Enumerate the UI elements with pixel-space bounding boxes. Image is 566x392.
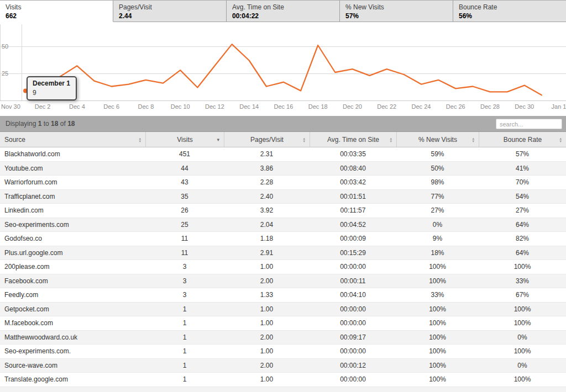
cell-pages-visit: 2.04: [224, 218, 310, 232]
cell-new-visits: 27%: [396, 204, 479, 218]
cell-visits: 11: [145, 232, 224, 246]
cell-pages-visit: 1.00: [224, 303, 310, 316]
column-header-bounce-rate[interactable]: Bounce Rate▴▾: [479, 132, 566, 147]
column-header-avg-time-on-site[interactable]: Avg. Time on Site▴▾: [310, 132, 396, 147]
cell-visits: 1: [145, 359, 224, 373]
cell-pages-visit: 3.86: [224, 162, 310, 176]
table-row: Blackhatworld.com4512.3100:03:3559%57%: [0, 147, 566, 162]
search-input[interactable]: [496, 119, 562, 129]
tab-visits[interactable]: Visits662: [0, 1, 113, 22]
column-header-visits[interactable]: Visits▾: [145, 132, 224, 147]
cell-bounce-rate: 27%: [479, 204, 566, 218]
y-axis-tick-label: 50: [2, 43, 8, 50]
displaying-segment: 18: [67, 120, 75, 128]
source-cell: Warriorforum.com: [0, 176, 145, 189]
x-axis-tick-label: Dec 30: [515, 103, 534, 110]
cell-pages-visit: 1.33: [224, 288, 310, 302]
cell-avg-time-on-site: 00:01:51: [310, 190, 396, 204]
cell-avg-time-on-site: 00:15:29: [310, 246, 396, 260]
source-cell: Plus.url.google.com: [0, 246, 145, 260]
cell-avg-time-on-site: 00:00:00: [310, 373, 396, 386]
cell-visits: 3: [145, 260, 224, 274]
cell-new-visits: 77%: [396, 190, 479, 204]
tab-value: 57%: [345, 12, 447, 20]
displaying-segment: to: [41, 120, 51, 128]
tab-bounce-rate[interactable]: Bounce Rate56%: [453, 1, 566, 22]
cell-bounce-rate: 100%: [479, 316, 566, 330]
cell-bounce-rate: 57%: [479, 147, 566, 161]
cell-visits: 1: [145, 303, 224, 316]
displaying-segment: of: [58, 120, 67, 128]
cell-new-visits: 100%: [396, 260, 479, 274]
tab-label: Pages/Visit: [119, 3, 221, 11]
metric-tabs: Visits662Pages/Visit2.44Avg. Time on Sit…: [0, 0, 566, 22]
source-cell: Blackhatworld.com: [0, 147, 145, 161]
cell-pages-visit: 2.91: [224, 246, 310, 260]
table-row: Source-wave.com12.0000:00:12100%0%: [0, 359, 566, 373]
table-header-row: Source▴▾Visits▾Pages/Visit▴▾Avg. Time on…: [0, 132, 566, 147]
source-cell: Seo-experiments.com.: [0, 345, 145, 358]
column-header-label: Source: [4, 136, 25, 144]
source-cell: Source-wave.com: [0, 359, 145, 373]
table-row: Translate.google.com11.0000:00:00100%100…: [0, 373, 566, 387]
cell-avg-time-on-site: 00:03:42: [310, 176, 396, 189]
cell-visits: 26: [145, 204, 224, 218]
cell-visits: 1: [145, 345, 224, 358]
cell-pages-visit: 2.00: [224, 274, 310, 288]
tab-avg-time-on-site[interactable]: Avg. Time on Site00:04:22: [227, 1, 340, 22]
x-axis-tick-label: Dec 20: [343, 103, 362, 110]
x-axis-tick-label: Dec 10: [171, 103, 190, 110]
cell-visits: 35: [145, 190, 224, 204]
cell-new-visits: 50%: [396, 162, 479, 176]
cell-new-visits: 33%: [396, 288, 479, 302]
tab-pages-visit[interactable]: Pages/Visit2.44: [113, 1, 227, 22]
cell-bounce-rate: 70%: [479, 176, 566, 189]
x-axis-tick-label: Nov 30: [1, 103, 20, 110]
x-axis-tick-label: Dec 4: [69, 103, 85, 110]
table-row: Feedly.com31.3300:04:1033%67%: [0, 288, 566, 303]
column-header-pages-visit[interactable]: Pages/Visit▴▾: [224, 132, 310, 147]
source-cell: Feedly.com: [0, 288, 145, 302]
tab-value: 00:04:22: [232, 12, 334, 20]
cell-bounce-rate: 100%: [479, 303, 566, 316]
tab-new-visits[interactable]: % New Visits57%: [340, 1, 453, 22]
source-cell: Linkedin.com: [0, 204, 145, 218]
source-cell: Trafficplanet.com: [0, 190, 145, 204]
cell-visits: 1: [145, 373, 224, 386]
x-axis-tick-label: Dec 2: [35, 103, 51, 110]
cell-bounce-rate: 41%: [479, 162, 566, 176]
column-header-label: Pages/Visit: [250, 136, 284, 144]
table-toolbar: Displaying 1 to 18 of 18: [0, 116, 566, 132]
table-row: Facebook.com32.0000:00:11100%33%: [0, 274, 566, 289]
column-header-source[interactable]: Source▴▾: [0, 132, 145, 147]
cell-new-visits: 100%: [396, 303, 479, 316]
cell-avg-time-on-site: 00:03:35: [310, 147, 396, 161]
cell-new-visits: 18%: [396, 246, 479, 260]
displaying-segment: Displaying: [6, 120, 38, 128]
cell-bounce-rate: 67%: [479, 288, 566, 302]
column-header-label: Avg. Time on Site: [327, 136, 379, 144]
sort-both-icon: ▴▾: [559, 137, 562, 142]
visits-line-chart[interactable]: 2550Nov 30Dec 2Dec 4Dec 6Dec 8Dec 10Dec …: [0, 22, 566, 116]
source-cell: Godofseo.co: [0, 232, 145, 246]
sort-both-icon: ▴▾: [139, 137, 141, 142]
cell-avg-time-on-site: 00:00:00: [310, 303, 396, 316]
cell-visits: 1: [145, 331, 224, 345]
cell-avg-time-on-site: 00:00:00: [310, 260, 396, 274]
cell-pages-visit: 2.00: [224, 331, 310, 345]
tab-value: 56%: [459, 12, 560, 20]
source-cell: Youtube.com: [0, 162, 145, 176]
table-row: Trafficplanet.com352.4000:01:5177%54%: [0, 190, 566, 204]
column-header-new-visits[interactable]: % New Visits▴▾: [396, 132, 479, 147]
displaying-range-text: Displaying 1 to 18 of 18: [6, 120, 75, 128]
source-cell: M.facebook.com: [0, 316, 145, 330]
sort-both-icon: ▴▾: [303, 137, 305, 142]
cell-pages-visit: 2.40: [224, 190, 310, 204]
sort-descending-icon: ▾: [217, 137, 219, 142]
cell-visits: 11: [145, 246, 224, 260]
cell-pages-visit: 1.18: [224, 232, 310, 246]
cell-pages-visit: 3.92: [224, 204, 310, 218]
tab-value: 662: [6, 12, 107, 20]
cell-avg-time-on-site: 00:00:00: [310, 345, 396, 358]
cell-avg-time-on-site: 00:09:17: [310, 331, 396, 345]
